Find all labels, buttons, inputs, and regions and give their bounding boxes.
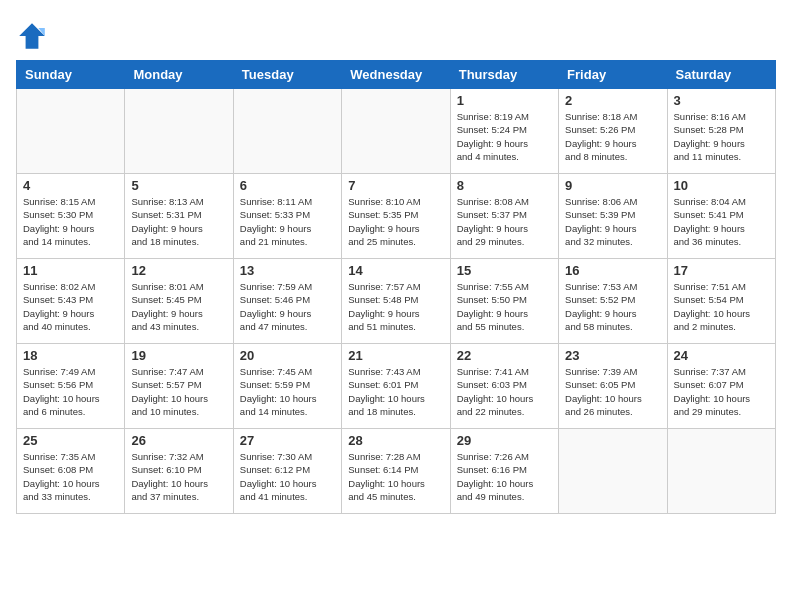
day-info: Sunrise: 7:47 AM Sunset: 5:57 PM Dayligh… xyxy=(131,365,226,418)
day-info: Sunrise: 8:01 AM Sunset: 5:45 PM Dayligh… xyxy=(131,280,226,333)
calendar-cell: 25Sunrise: 7:35 AM Sunset: 6:08 PM Dayli… xyxy=(17,429,125,514)
day-number: 28 xyxy=(348,433,443,448)
calendar-cell: 1Sunrise: 8:19 AM Sunset: 5:24 PM Daylig… xyxy=(450,89,558,174)
calendar-header-friday: Friday xyxy=(559,61,667,89)
day-number: 21 xyxy=(348,348,443,363)
day-info: Sunrise: 8:16 AM Sunset: 5:28 PM Dayligh… xyxy=(674,110,769,163)
calendar-cell: 4Sunrise: 8:15 AM Sunset: 5:30 PM Daylig… xyxy=(17,174,125,259)
day-info: Sunrise: 7:53 AM Sunset: 5:52 PM Dayligh… xyxy=(565,280,660,333)
day-info: Sunrise: 7:30 AM Sunset: 6:12 PM Dayligh… xyxy=(240,450,335,503)
calendar-cell xyxy=(667,429,775,514)
day-info: Sunrise: 8:06 AM Sunset: 5:39 PM Dayligh… xyxy=(565,195,660,248)
calendar-cell: 3Sunrise: 8:16 AM Sunset: 5:28 PM Daylig… xyxy=(667,89,775,174)
calendar-cell: 21Sunrise: 7:43 AM Sunset: 6:01 PM Dayli… xyxy=(342,344,450,429)
calendar-cell: 28Sunrise: 7:28 AM Sunset: 6:14 PM Dayli… xyxy=(342,429,450,514)
day-info: Sunrise: 7:39 AM Sunset: 6:05 PM Dayligh… xyxy=(565,365,660,418)
day-info: Sunrise: 7:28 AM Sunset: 6:14 PM Dayligh… xyxy=(348,450,443,503)
logo xyxy=(16,20,52,52)
day-number: 3 xyxy=(674,93,769,108)
page-header xyxy=(16,16,776,52)
day-number: 6 xyxy=(240,178,335,193)
calendar-cell: 20Sunrise: 7:45 AM Sunset: 5:59 PM Dayli… xyxy=(233,344,341,429)
calendar-cell: 15Sunrise: 7:55 AM Sunset: 5:50 PM Dayli… xyxy=(450,259,558,344)
calendar-week-row: 1Sunrise: 8:19 AM Sunset: 5:24 PM Daylig… xyxy=(17,89,776,174)
day-number: 13 xyxy=(240,263,335,278)
day-number: 17 xyxy=(674,263,769,278)
calendar-cell: 6Sunrise: 8:11 AM Sunset: 5:33 PM Daylig… xyxy=(233,174,341,259)
calendar-cell xyxy=(125,89,233,174)
calendar-cell: 9Sunrise: 8:06 AM Sunset: 5:39 PM Daylig… xyxy=(559,174,667,259)
day-number: 19 xyxy=(131,348,226,363)
svg-marker-0 xyxy=(19,23,45,49)
calendar-cell: 16Sunrise: 7:53 AM Sunset: 5:52 PM Dayli… xyxy=(559,259,667,344)
day-info: Sunrise: 8:10 AM Sunset: 5:35 PM Dayligh… xyxy=(348,195,443,248)
calendar-cell: 8Sunrise: 8:08 AM Sunset: 5:37 PM Daylig… xyxy=(450,174,558,259)
day-number: 15 xyxy=(457,263,552,278)
calendar-header-wednesday: Wednesday xyxy=(342,61,450,89)
day-number: 23 xyxy=(565,348,660,363)
day-number: 18 xyxy=(23,348,118,363)
calendar-cell: 18Sunrise: 7:49 AM Sunset: 5:56 PM Dayli… xyxy=(17,344,125,429)
day-number: 11 xyxy=(23,263,118,278)
calendar-cell: 23Sunrise: 7:39 AM Sunset: 6:05 PM Dayli… xyxy=(559,344,667,429)
day-info: Sunrise: 8:04 AM Sunset: 5:41 PM Dayligh… xyxy=(674,195,769,248)
day-info: Sunrise: 7:37 AM Sunset: 6:07 PM Dayligh… xyxy=(674,365,769,418)
day-info: Sunrise: 8:02 AM Sunset: 5:43 PM Dayligh… xyxy=(23,280,118,333)
calendar-cell: 5Sunrise: 8:13 AM Sunset: 5:31 PM Daylig… xyxy=(125,174,233,259)
calendar-cell xyxy=(233,89,341,174)
calendar-cell: 7Sunrise: 8:10 AM Sunset: 5:35 PM Daylig… xyxy=(342,174,450,259)
day-info: Sunrise: 8:19 AM Sunset: 5:24 PM Dayligh… xyxy=(457,110,552,163)
day-number: 10 xyxy=(674,178,769,193)
day-info: Sunrise: 8:15 AM Sunset: 5:30 PM Dayligh… xyxy=(23,195,118,248)
day-info: Sunrise: 7:55 AM Sunset: 5:50 PM Dayligh… xyxy=(457,280,552,333)
day-number: 2 xyxy=(565,93,660,108)
day-number: 24 xyxy=(674,348,769,363)
day-number: 7 xyxy=(348,178,443,193)
calendar-cell: 17Sunrise: 7:51 AM Sunset: 5:54 PM Dayli… xyxy=(667,259,775,344)
day-number: 5 xyxy=(131,178,226,193)
day-info: Sunrise: 7:51 AM Sunset: 5:54 PM Dayligh… xyxy=(674,280,769,333)
day-number: 27 xyxy=(240,433,335,448)
day-number: 9 xyxy=(565,178,660,193)
day-number: 8 xyxy=(457,178,552,193)
day-info: Sunrise: 7:45 AM Sunset: 5:59 PM Dayligh… xyxy=(240,365,335,418)
calendar-week-row: 4Sunrise: 8:15 AM Sunset: 5:30 PM Daylig… xyxy=(17,174,776,259)
logo-icon xyxy=(16,20,48,52)
calendar-cell: 13Sunrise: 7:59 AM Sunset: 5:46 PM Dayli… xyxy=(233,259,341,344)
calendar-cell xyxy=(342,89,450,174)
calendar-cell: 11Sunrise: 8:02 AM Sunset: 5:43 PM Dayli… xyxy=(17,259,125,344)
calendar-week-row: 25Sunrise: 7:35 AM Sunset: 6:08 PM Dayli… xyxy=(17,429,776,514)
calendar-header-sunday: Sunday xyxy=(17,61,125,89)
day-info: Sunrise: 7:35 AM Sunset: 6:08 PM Dayligh… xyxy=(23,450,118,503)
day-info: Sunrise: 8:18 AM Sunset: 5:26 PM Dayligh… xyxy=(565,110,660,163)
day-number: 16 xyxy=(565,263,660,278)
day-info: Sunrise: 7:26 AM Sunset: 6:16 PM Dayligh… xyxy=(457,450,552,503)
calendar-cell: 12Sunrise: 8:01 AM Sunset: 5:45 PM Dayli… xyxy=(125,259,233,344)
calendar-header-monday: Monday xyxy=(125,61,233,89)
calendar-cell: 24Sunrise: 7:37 AM Sunset: 6:07 PM Dayli… xyxy=(667,344,775,429)
day-number: 1 xyxy=(457,93,552,108)
calendar-cell xyxy=(17,89,125,174)
day-number: 20 xyxy=(240,348,335,363)
calendar-header-tuesday: Tuesday xyxy=(233,61,341,89)
day-number: 26 xyxy=(131,433,226,448)
day-info: Sunrise: 8:11 AM Sunset: 5:33 PM Dayligh… xyxy=(240,195,335,248)
day-number: 22 xyxy=(457,348,552,363)
calendar-cell: 10Sunrise: 8:04 AM Sunset: 5:41 PM Dayli… xyxy=(667,174,775,259)
day-info: Sunrise: 7:32 AM Sunset: 6:10 PM Dayligh… xyxy=(131,450,226,503)
day-number: 14 xyxy=(348,263,443,278)
calendar-week-row: 18Sunrise: 7:49 AM Sunset: 5:56 PM Dayli… xyxy=(17,344,776,429)
calendar-header-thursday: Thursday xyxy=(450,61,558,89)
calendar-cell: 22Sunrise: 7:41 AM Sunset: 6:03 PM Dayli… xyxy=(450,344,558,429)
calendar-header-saturday: Saturday xyxy=(667,61,775,89)
day-number: 12 xyxy=(131,263,226,278)
day-number: 29 xyxy=(457,433,552,448)
calendar-table: SundayMondayTuesdayWednesdayThursdayFrid… xyxy=(16,60,776,514)
calendar-week-row: 11Sunrise: 8:02 AM Sunset: 5:43 PM Dayli… xyxy=(17,259,776,344)
day-info: Sunrise: 7:57 AM Sunset: 5:48 PM Dayligh… xyxy=(348,280,443,333)
day-info: Sunrise: 8:13 AM Sunset: 5:31 PM Dayligh… xyxy=(131,195,226,248)
day-info: Sunrise: 7:43 AM Sunset: 6:01 PM Dayligh… xyxy=(348,365,443,418)
day-info: Sunrise: 7:59 AM Sunset: 5:46 PM Dayligh… xyxy=(240,280,335,333)
calendar-header-row: SundayMondayTuesdayWednesdayThursdayFrid… xyxy=(17,61,776,89)
day-info: Sunrise: 7:41 AM Sunset: 6:03 PM Dayligh… xyxy=(457,365,552,418)
